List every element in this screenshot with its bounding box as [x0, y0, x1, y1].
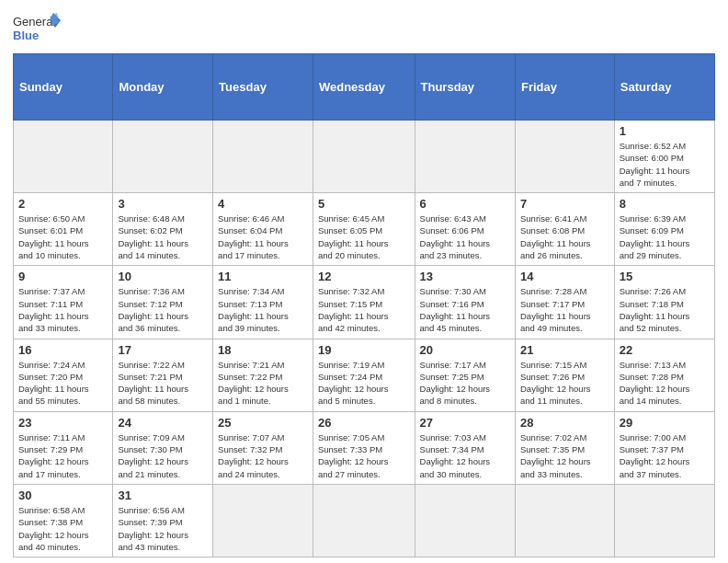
day-info: Sunrise: 6:46 AM Sunset: 6:04 PM Dayligh…: [218, 213, 308, 261]
day-info: Sunrise: 7:22 AM Sunset: 7:21 PM Dayligh…: [118, 359, 208, 408]
calendar-cell: [614, 484, 714, 557]
day-info: Sunrise: 7:13 AM Sunset: 7:28 PM Dayligh…: [620, 359, 710, 408]
week-row-1: 2Sunrise: 6:50 AM Sunset: 6:01 PM Daylig…: [14, 193, 715, 266]
calendar-cell: 28Sunrise: 7:02 AM Sunset: 7:35 PM Dayli…: [515, 411, 614, 484]
calendar-cell: 7Sunrise: 6:41 AM Sunset: 6:08 PM Daylig…: [515, 193, 614, 266]
day-info: Sunrise: 7:36 AM Sunset: 7:12 PM Dayligh…: [118, 285, 208, 334]
calendar-cell: 5Sunrise: 6:45 AM Sunset: 6:05 PM Daylig…: [313, 193, 415, 266]
week-row-2: 9Sunrise: 7:37 AM Sunset: 7:11 PM Daylig…: [14, 266, 715, 339]
weekday-header-saturday: Saturday: [614, 54, 714, 121]
day-info: Sunrise: 7:15 AM Sunset: 7:26 PM Dayligh…: [520, 359, 609, 408]
calendar-cell: 8Sunrise: 6:39 AM Sunset: 6:09 PM Daylig…: [614, 193, 714, 266]
day-number: 28: [520, 416, 609, 430]
day-info: Sunrise: 6:43 AM Sunset: 6:06 PM Dayligh…: [420, 213, 510, 261]
day-number: 8: [620, 197, 710, 211]
day-info: Sunrise: 7:03 AM Sunset: 7:34 PM Dayligh…: [420, 431, 510, 480]
calendar-cell: 20Sunrise: 7:17 AM Sunset: 7:25 PM Dayli…: [415, 339, 515, 411]
day-info: Sunrise: 7:09 AM Sunset: 7:30 PM Dayligh…: [118, 431, 208, 480]
day-number: 23: [18, 416, 108, 430]
day-info: Sunrise: 6:56 AM Sunset: 7:39 PM Dayligh…: [118, 504, 208, 553]
calendar-cell: [515, 121, 614, 193]
calendar-cell: [313, 121, 415, 193]
day-number: 30: [18, 488, 108, 502]
day-info: Sunrise: 7:19 AM Sunset: 7:24 PM Dayligh…: [318, 359, 410, 408]
weekday-header-thursday: Thursday: [415, 54, 515, 121]
page: General Blue SundayMondayTuesdayWednesda…: [0, 0, 728, 563]
calendar-cell: 15Sunrise: 7:26 AM Sunset: 7:18 PM Dayli…: [614, 266, 714, 339]
day-info: Sunrise: 7:30 AM Sunset: 7:16 PM Dayligh…: [420, 285, 510, 334]
calendar-cell: 3Sunrise: 6:48 AM Sunset: 6:02 PM Daylig…: [113, 193, 213, 266]
calendar-cell: 17Sunrise: 7:22 AM Sunset: 7:21 PM Dayli…: [113, 339, 213, 411]
day-info: Sunrise: 6:48 AM Sunset: 6:02 PM Dayligh…: [118, 213, 208, 261]
calendar-cell: 19Sunrise: 7:19 AM Sunset: 7:24 PM Dayli…: [313, 339, 415, 411]
calendar-cell: 16Sunrise: 7:24 AM Sunset: 7:20 PM Dayli…: [14, 339, 113, 411]
calendar-cell: 24Sunrise: 7:09 AM Sunset: 7:30 PM Dayli…: [113, 411, 213, 484]
calendar-cell: [415, 121, 515, 193]
day-info: Sunrise: 7:32 AM Sunset: 7:15 PM Dayligh…: [318, 285, 410, 334]
day-info: Sunrise: 7:17 AM Sunset: 7:25 PM Dayligh…: [420, 359, 510, 408]
calendar-cell: 2Sunrise: 6:50 AM Sunset: 6:01 PM Daylig…: [14, 193, 113, 266]
day-number: 17: [118, 343, 208, 357]
day-info: Sunrise: 7:26 AM Sunset: 7:18 PM Dayligh…: [620, 285, 710, 334]
day-info: Sunrise: 6:45 AM Sunset: 6:05 PM Dayligh…: [318, 213, 410, 261]
day-number: 29: [620, 416, 710, 430]
day-info: Sunrise: 7:21 AM Sunset: 7:22 PM Dayligh…: [218, 359, 308, 408]
weekday-header-row: SundayMondayTuesdayWednesdayThursdayFrid…: [14, 54, 715, 121]
generalblue-logo-icon: General Blue: [13, 9, 61, 48]
calendar-cell: 23Sunrise: 7:11 AM Sunset: 7:29 PM Dayli…: [14, 411, 113, 484]
weekday-header-tuesday: Tuesday: [213, 54, 313, 121]
day-number: 1: [620, 124, 710, 138]
calendar-cell: [515, 484, 614, 557]
day-info: Sunrise: 6:41 AM Sunset: 6:08 PM Dayligh…: [520, 213, 609, 261]
day-number: 12: [318, 270, 410, 283]
day-number: 10: [118, 270, 208, 283]
day-number: 21: [520, 343, 609, 357]
calendar-cell: [14, 121, 113, 193]
day-info: Sunrise: 7:37 AM Sunset: 7:11 PM Dayligh…: [18, 285, 108, 334]
weekday-header-sunday: Sunday: [14, 54, 113, 121]
day-info: Sunrise: 7:34 AM Sunset: 7:13 PM Dayligh…: [218, 285, 308, 334]
calendar-cell: 13Sunrise: 7:30 AM Sunset: 7:16 PM Dayli…: [415, 266, 515, 339]
week-row-0: 1Sunrise: 6:52 AM Sunset: 6:00 PM Daylig…: [14, 121, 715, 193]
header: General Blue: [13, 9, 715, 48]
day-number: 5: [318, 197, 410, 211]
calendar-cell: 25Sunrise: 7:07 AM Sunset: 7:32 PM Dayli…: [213, 411, 313, 484]
day-number: 19: [318, 343, 410, 357]
day-info: Sunrise: 6:58 AM Sunset: 7:38 PM Dayligh…: [18, 504, 108, 553]
calendar-cell: 18Sunrise: 7:21 AM Sunset: 7:22 PM Dayli…: [213, 339, 313, 411]
week-row-5: 30Sunrise: 6:58 AM Sunset: 7:38 PM Dayli…: [14, 484, 715, 557]
day-number: 6: [420, 197, 510, 211]
day-number: 11: [218, 270, 308, 283]
calendar-cell: 12Sunrise: 7:32 AM Sunset: 7:15 PM Dayli…: [313, 266, 415, 339]
svg-text:General: General: [13, 15, 55, 29]
calendar-cell: 14Sunrise: 7:28 AM Sunset: 7:17 PM Dayli…: [515, 266, 614, 339]
day-number: 7: [520, 197, 609, 211]
calendar-cell: 1Sunrise: 6:52 AM Sunset: 6:00 PM Daylig…: [614, 121, 714, 193]
calendar-cell: 31Sunrise: 6:56 AM Sunset: 7:39 PM Dayli…: [113, 484, 213, 557]
day-number: 16: [18, 343, 108, 357]
calendar-cell: 6Sunrise: 6:43 AM Sunset: 6:06 PM Daylig…: [415, 193, 515, 266]
calendar-cell: 11Sunrise: 7:34 AM Sunset: 7:13 PM Dayli…: [213, 266, 313, 339]
calendar-cell: 21Sunrise: 7:15 AM Sunset: 7:26 PM Dayli…: [515, 339, 614, 411]
day-number: 3: [118, 197, 208, 211]
calendar-cell: [415, 484, 515, 557]
day-number: 2: [18, 197, 108, 211]
day-info: Sunrise: 7:05 AM Sunset: 7:33 PM Dayligh…: [318, 431, 410, 480]
day-number: 13: [420, 270, 510, 283]
logo: General Blue: [13, 9, 61, 48]
day-info: Sunrise: 7:00 AM Sunset: 7:37 PM Dayligh…: [620, 431, 710, 480]
day-number: 24: [118, 416, 208, 430]
day-info: Sunrise: 7:28 AM Sunset: 7:17 PM Dayligh…: [520, 285, 609, 334]
calendar-cell: [313, 484, 415, 557]
week-row-4: 23Sunrise: 7:11 AM Sunset: 7:29 PM Dayli…: [14, 411, 715, 484]
calendar-cell: 10Sunrise: 7:36 AM Sunset: 7:12 PM Dayli…: [113, 266, 213, 339]
calendar-cell: [213, 484, 313, 557]
day-info: Sunrise: 6:50 AM Sunset: 6:01 PM Dayligh…: [18, 213, 108, 261]
day-number: 4: [218, 197, 308, 211]
calendar-cell: 27Sunrise: 7:03 AM Sunset: 7:34 PM Dayli…: [415, 411, 515, 484]
calendar-cell: [113, 121, 213, 193]
day-number: 26: [318, 416, 410, 430]
day-info: Sunrise: 7:11 AM Sunset: 7:29 PM Dayligh…: [18, 431, 108, 480]
day-number: 22: [620, 343, 710, 357]
day-info: Sunrise: 7:02 AM Sunset: 7:35 PM Dayligh…: [520, 431, 609, 480]
